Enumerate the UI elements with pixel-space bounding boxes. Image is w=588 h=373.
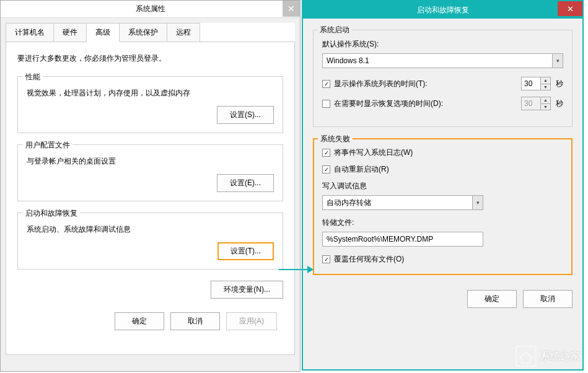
performance-group: 性能 视觉效果，处理器计划，内存使用，以及虚拟内存 设置(S)...	[17, 76, 283, 133]
tab-hardware[interactable]: 硬件	[53, 23, 87, 42]
tab-advanced[interactable]: 高级	[86, 23, 120, 42]
debug-info-label: 写入调试信息	[322, 181, 563, 191]
spinner-up-icon: ▲	[541, 97, 550, 104]
system-startup-group: 系统启动 默认操作系统(S): Windows 8.1 ▾ ✓ 显示操作系统列表…	[313, 30, 573, 127]
spinner-down-icon[interactable]: ▼	[541, 84, 550, 90]
write-event-log-label: 将事件写入系统日志(W)	[334, 147, 413, 158]
user-profile-group: 用户配置文件 与登录帐户相关的桌面设置 设置(E)...	[17, 144, 283, 201]
watermark-logo-icon	[516, 346, 537, 367]
user-profile-desc: 与登录帐户相关的桌面设置	[27, 156, 274, 167]
show-os-list-seconds-spinner[interactable]: 30 ▲ ▼	[521, 77, 551, 90]
startup-recovery-group: 启动和故障恢复 系统启动、系统故障和调试信息 设置(T)...	[17, 213, 283, 270]
seconds-unit: 秒	[556, 79, 563, 89]
startup-recovery-desc: 系统启动、系统故障和调试信息	[27, 224, 274, 235]
titlebar: 启动和故障恢复 ✕	[303, 1, 582, 19]
overwrite-label: 覆盖任何现有文件(O)	[334, 254, 404, 265]
tab-remote[interactable]: 远程	[167, 23, 200, 42]
cancel-button[interactable]: 取消	[170, 312, 220, 330]
svg-marker-1	[307, 266, 314, 273]
default-os-value: Windows 8.1	[327, 56, 369, 65]
titlebar: 系统属性 ✕	[1, 1, 300, 18]
spinner-up-icon[interactable]: ▲	[541, 77, 550, 84]
performance-title: 性能	[23, 72, 43, 82]
show-os-list-label: 显示操作系统列表的时间(T):	[334, 79, 428, 89]
apply-button[interactable]: 应用(A)	[226, 312, 277, 330]
dialog-body: 系统启动 默认操作系统(S): Windows 8.1 ▾ ✓ 显示操作系统列表…	[303, 19, 582, 369]
dump-file-label: 转储文件:	[322, 217, 563, 228]
close-button[interactable]: ✕	[558, 1, 582, 16]
ok-button[interactable]: 确定	[467, 290, 517, 308]
write-event-log-checkbox[interactable]: ✓	[322, 149, 330, 157]
ok-button[interactable]: 确定	[115, 312, 164, 330]
tabs-row: 计算机名 硬件 高级 系统保护 远程	[6, 23, 295, 42]
watermark-text: 系统之家	[540, 350, 580, 363]
chevron-down-icon: ▾	[552, 54, 563, 68]
startup-recovery-title: 启动和故障恢复	[23, 208, 80, 219]
show-os-list-checkbox[interactable]: ✓	[322, 80, 330, 88]
performance-desc: 视觉效果，处理器计划，内存使用，以及虚拟内存	[27, 88, 274, 99]
seconds-unit: 秒	[556, 99, 563, 109]
startup-recovery-settings-button[interactable]: 设置(T)...	[217, 242, 274, 260]
show-recovery-checkbox[interactable]	[322, 100, 330, 108]
tab-system-protection[interactable]: 系统保护	[119, 23, 167, 42]
dump-file-input[interactable]: %SystemRoot%\MEMORY.DMP	[322, 232, 483, 247]
dialog-title: 启动和故障恢复	[417, 5, 469, 15]
startup-recovery-dialog: 启动和故障恢复 ✕ 系统启动 默认操作系统(S): Windows 8.1 ▾ …	[302, 0, 584, 371]
debug-info-value: 自动内存转储	[327, 198, 371, 208]
tab-content-advanced: 要进行大多数更改，你必须作为管理员登录。 性能 视觉效果，处理器计划，内存使用，…	[6, 42, 295, 355]
user-profile-settings-button[interactable]: 设置(E)...	[217, 174, 274, 192]
debug-info-select[interactable]: 自动内存转储 ▾	[322, 195, 483, 210]
environment-variables-button[interactable]: 环境变量(N)...	[211, 281, 283, 299]
dump-file-value: %SystemRoot%\MEMORY.DMP	[327, 235, 433, 244]
auto-restart-checkbox[interactable]: ✓	[322, 165, 330, 173]
default-os-select[interactable]: Windows 8.1 ▾	[322, 53, 563, 68]
intro-text: 要进行大多数更改，你必须作为管理员登录。	[17, 53, 283, 64]
overwrite-checkbox[interactable]: ✓	[322, 255, 330, 263]
chevron-down-icon: ▾	[472, 196, 483, 209]
show-recovery-label: 在需要时显示恢复选项的时间(D):	[334, 99, 443, 109]
close-button[interactable]: ✕	[283, 1, 300, 17]
user-profile-title: 用户配置文件	[23, 140, 72, 151]
system-failure-group: 系统失败 ✓ 将事件写入系统日志(W) ✓ 自动重新启动(R) 写入调试信息 自…	[313, 138, 573, 275]
close-icon: ✕	[287, 4, 295, 14]
performance-settings-button[interactable]: 设置(S)...	[217, 106, 274, 124]
seconds-value: 30	[522, 77, 540, 90]
system-properties-dialog: 系统属性 ✕ 计算机名 硬件 高级 系统保护 远程 要进行大多数更改，你必须作为…	[0, 0, 301, 372]
arrow-icon	[278, 263, 315, 276]
show-os-list-row: ✓ 显示操作系统列表的时间(T): 30 ▲ ▼ 秒	[322, 77, 563, 90]
auto-restart-label: 自动重新启动(R)	[334, 164, 389, 175]
default-os-label: 默认操作系统(S):	[322, 39, 563, 50]
show-recovery-row: 在需要时显示恢复选项的时间(D): 30 ▲ ▼ 秒	[322, 97, 563, 110]
watermark: 系统之家	[516, 346, 580, 367]
close-icon: ✕	[567, 4, 574, 14]
dialog-title: 系统属性	[136, 4, 165, 14]
show-recovery-seconds-spinner: 30 ▲ ▼	[521, 97, 551, 110]
cancel-button[interactable]: 取消	[523, 290, 573, 308]
seconds-value: 30	[522, 97, 540, 110]
tab-computer-name[interactable]: 计算机名	[6, 23, 54, 42]
spinner-down-icon: ▼	[541, 104, 550, 110]
system-failure-title: 系统失败	[318, 134, 353, 144]
system-startup-title: 系统启动	[317, 25, 352, 35]
